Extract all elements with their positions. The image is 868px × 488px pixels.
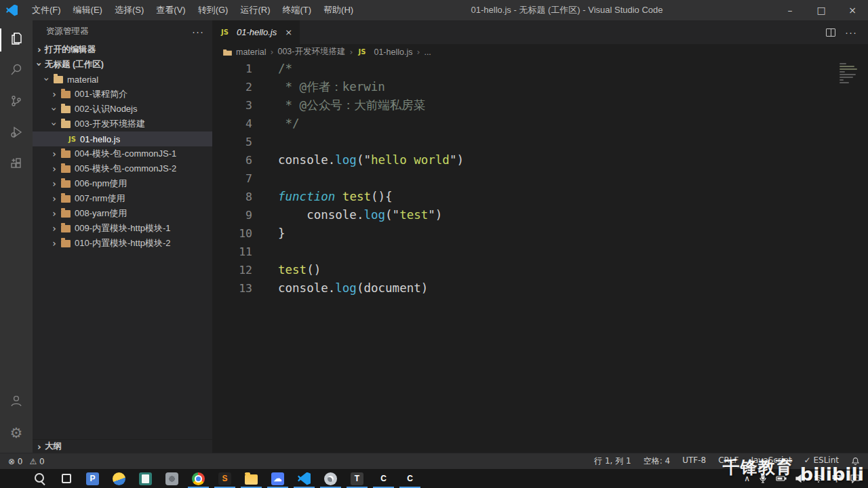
breadcrumb-item[interactable]: 003-开发环境搭建 bbox=[277, 46, 345, 58]
code-line[interactable]: 12test() bbox=[212, 261, 868, 279]
status-item[interactable]: ✓ ESLint bbox=[804, 455, 839, 467]
status-item[interactable]: 空格: 4 bbox=[644, 455, 671, 467]
taskbar-faststone-button[interactable] bbox=[317, 469, 344, 488]
menu-item[interactable]: 查看(V) bbox=[150, 4, 191, 16]
tree-item[interactable]: ›002-认识Nodejs bbox=[33, 102, 212, 117]
tree-item[interactable]: ›001-课程简介 bbox=[33, 87, 212, 102]
wifi-icon[interactable] bbox=[814, 474, 823, 483]
tree-item[interactable]: ›003-开发环境搭建 bbox=[33, 117, 212, 131]
code-line[interactable]: 2 * @作者：kerwin bbox=[212, 78, 868, 96]
activity-extensions-button[interactable] bbox=[0, 149, 33, 180]
code-line-content: } bbox=[278, 224, 285, 243]
close-tab-icon[interactable]: × bbox=[285, 27, 292, 37]
status-item[interactable]: UTF-8 bbox=[682, 455, 706, 467]
volume-icon[interactable] bbox=[795, 474, 805, 483]
folder-open-icon bbox=[61, 106, 71, 113]
activity-search-button[interactable] bbox=[0, 56, 33, 87]
more-actions-icon[interactable]: ··· bbox=[845, 26, 857, 38]
settings-button[interactable]: ⚙ bbox=[0, 418, 33, 449]
more-actions-icon[interactable]: ··· bbox=[192, 26, 204, 37]
microphone-icon[interactable] bbox=[759, 474, 767, 483]
taskbar-typora-button[interactable]: T bbox=[344, 469, 370, 488]
code-line[interactable]: 6console.log("hello world") bbox=[212, 151, 868, 169]
tree-item[interactable]: ›010-内置模块-http模块-2 bbox=[33, 236, 212, 251]
code-line[interactable]: 7 bbox=[212, 169, 868, 188]
tree-item[interactable]: ›004-模块-包-commonJS-1 bbox=[33, 146, 212, 161]
activity-source-control-button[interactable] bbox=[0, 87, 33, 118]
workspace-section[interactable]: › 无标题 (工作区) bbox=[33, 57, 212, 72]
menu-item[interactable]: 运行(R) bbox=[234, 4, 276, 16]
taskbar-snipaste-button[interactable]: S bbox=[212, 469, 238, 488]
status-item[interactable]: CRLF bbox=[718, 455, 738, 467]
taskbar-baidu-netdisk-button[interactable]: ☁ bbox=[264, 469, 291, 488]
tray-chevron-up-icon[interactable]: ∧ bbox=[744, 474, 750, 483]
action-center-icon[interactable] bbox=[850, 474, 860, 483]
taskbar-app-plugin-button[interactable] bbox=[159, 469, 185, 488]
code-line[interactable]: 11 bbox=[212, 243, 868, 261]
tree-item-label: 003-开发环境搭建 bbox=[75, 118, 145, 130]
tree-item[interactable]: ›JS01-hello.js bbox=[33, 131, 212, 146]
breadcrumb-item[interactable]: 01-hello.js bbox=[374, 47, 412, 57]
tree-item[interactable]: ›008-yarn使用 bbox=[33, 206, 212, 221]
taskbar-app-notes-button[interactable] bbox=[132, 469, 159, 488]
taskbar-items: PS☁TCC bbox=[0, 469, 423, 488]
taskbar-app-p-button[interactable]: P bbox=[79, 469, 106, 488]
code-line[interactable]: 8function test(){ bbox=[212, 188, 868, 206]
tree-item[interactable]: ›005-模块-包-commonJS-2 bbox=[33, 161, 212, 176]
taskbar-file-explorer-button[interactable] bbox=[238, 469, 264, 488]
activity-run-debug-button[interactable] bbox=[0, 118, 33, 149]
ime-indicator[interactable]: 中 bbox=[832, 472, 842, 485]
breadcrumb-item[interactable]: material bbox=[236, 47, 266, 57]
code-line[interactable]: 10} bbox=[212, 224, 868, 243]
code-line[interactable]: 3 * @公众号：大前端私房菜 bbox=[212, 96, 868, 115]
code-token: () bbox=[307, 263, 321, 277]
split-editor-icon[interactable] bbox=[826, 28, 835, 37]
open-editors-section[interactable]: › 打开的编辑器 bbox=[33, 42, 212, 57]
tree-item[interactable]: ›007-nrm使用 bbox=[33, 191, 212, 206]
breadcrumb-item[interactable]: ... bbox=[424, 47, 431, 57]
tree-item[interactable]: ›009-内置模块-http模块-1 bbox=[33, 221, 212, 236]
workspace-label: 无标题 (工作区) bbox=[45, 59, 104, 70]
code-line[interactable]: 5 bbox=[212, 133, 868, 151]
taskbar-vscode-button[interactable] bbox=[291, 469, 317, 488]
menu-item[interactable]: 转到(G) bbox=[192, 4, 235, 16]
bell-icon[interactable] bbox=[851, 457, 860, 466]
taskbar-app-green-c-button[interactable]: C bbox=[370, 469, 397, 488]
taskbar-chrome-button[interactable] bbox=[185, 469, 212, 488]
account-button[interactable] bbox=[0, 386, 33, 418]
status-item[interactable]: JavaScript bbox=[751, 455, 791, 467]
tree-item[interactable]: ›material bbox=[33, 72, 212, 87]
battery-icon[interactable] bbox=[776, 474, 787, 483]
outline-section[interactable]: › 大纲 bbox=[33, 439, 212, 453]
taskbar-app-red-c-button[interactable]: C bbox=[397, 469, 423, 488]
code-line[interactable]: 9 console.log("test") bbox=[212, 206, 868, 224]
status-item[interactable]: 行 1, 列 1 bbox=[594, 455, 631, 467]
menu-item[interactable]: 编辑(E) bbox=[67, 4, 108, 16]
taskbar-app-ball-button[interactable] bbox=[106, 469, 132, 488]
tab-01-hello-js[interactable]: JS 01-hello.js × bbox=[212, 20, 300, 44]
maximize-button[interactable]: □ bbox=[806, 0, 837, 20]
minimap[interactable] bbox=[840, 63, 859, 85]
code-line[interactable]: 1/* bbox=[212, 60, 868, 78]
code-token: test bbox=[278, 263, 307, 277]
menu-item[interactable]: 终端(T) bbox=[276, 4, 317, 16]
chrome-icon bbox=[192, 472, 205, 485]
status-bar: ⊗ 0⚠ 0 行 1, 列 1空格: 4UTF-8CRLFJavaScript✓… bbox=[0, 453, 868, 469]
code-token: console. bbox=[307, 208, 363, 222]
minimize-button[interactable]: – bbox=[774, 0, 806, 20]
vscode-logo-icon[interactable] bbox=[6, 5, 18, 16]
close-button[interactable]: × bbox=[837, 0, 868, 20]
taskbar-start-button[interactable] bbox=[0, 469, 26, 488]
code-editor[interactable]: 1/*2 * @作者：kerwin3 * @公众号：大前端私房菜4 */56co… bbox=[212, 60, 868, 453]
code-line[interactable]: 4 */ bbox=[212, 115, 868, 133]
taskbar-search-button[interactable] bbox=[26, 469, 53, 488]
tree-item[interactable]: ›006-npm使用 bbox=[33, 176, 212, 191]
code-token bbox=[278, 208, 307, 222]
code-line[interactable]: 13console.log(document) bbox=[212, 279, 868, 298]
menu-item[interactable]: 文件(F) bbox=[26, 4, 67, 16]
taskbar-task-view-button[interactable] bbox=[53, 469, 79, 488]
activity-explorer-button[interactable] bbox=[0, 24, 33, 56]
menu-item[interactable]: 选择(S) bbox=[108, 4, 150, 16]
menu-item[interactable]: 帮助(H) bbox=[317, 4, 359, 16]
problems-indicator[interactable]: ⊗ 0⚠ 0 bbox=[8, 457, 45, 466]
